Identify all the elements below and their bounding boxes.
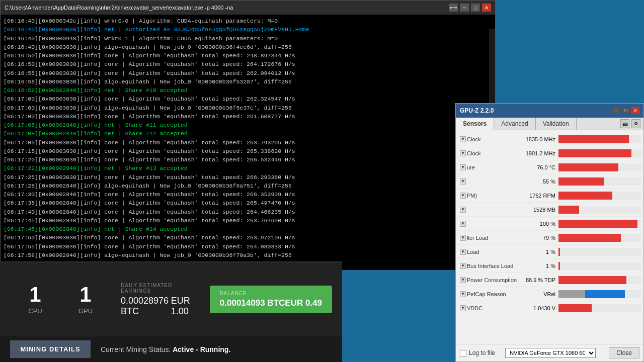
sensor-dropdown[interactable]: ▼ (460, 150, 466, 156)
gpuz-tab-icons: 📷 ⚙ (620, 118, 643, 130)
sensor-row: ▼VDDC1.0430 V (456, 301, 643, 315)
sensor-dropdown[interactable]: ▼ (460, 305, 466, 311)
terminal-line: [06:17:00][0x00003030][info] core | Algo… (4, 95, 492, 103)
balance-eur: EUR 0.49 (285, 298, 322, 308)
sensor-dropdown[interactable]: ▼ (460, 291, 466, 297)
sensor-row: ▼100 % (456, 217, 643, 231)
sensor-name: ▼ (458, 221, 518, 227)
terminal-line: [06:16:50][0x00003030][info] core | Algo… (4, 51, 492, 60)
earnings-row: 0.00028976 BTC EUR 1.00 (121, 296, 200, 317)
earnings-btc: 0.00028976 BTC (121, 296, 171, 317)
sensor-bar (558, 262, 560, 270)
tab-validation[interactable]: Validation (536, 118, 577, 130)
sensor-bar (558, 248, 560, 256)
sensor-row: ▼Bus Interface Load1 % (456, 259, 643, 273)
sensor-value: 1 % (518, 263, 558, 269)
gpuz-close-button[interactable]: Close (609, 347, 639, 358)
sensor-bar (558, 192, 612, 200)
sensor-bar-container (558, 206, 641, 214)
status-value: Active - Running. (173, 345, 230, 353)
terminal-resize-btn[interactable]: ⟷ (449, 4, 458, 12)
gpu-label: GPU (78, 307, 93, 315)
terminal-line: [06:16:40][0x00003030][info] net | Autho… (4, 25, 492, 34)
terminal-line: [06:17:15][0x00003030][info] core | Algo… (4, 147, 492, 155)
sensor-name-text: VDDC (467, 305, 482, 311)
cpu-label: CPU (28, 307, 42, 315)
mining-details-button[interactable]: MINING DETAILS (10, 340, 91, 358)
mining-panel: 1 CPU 1 GPU DAILY ESTIMATED EARNINGS 0.0… (0, 261, 342, 362)
terminal-line: [06:17:30][0x00002840][info] core | Algo… (4, 190, 492, 199)
sensor-name-text: PefCap Reason (467, 291, 506, 297)
gpuz-footer: Log to file NVIDIA GeForce GTX 1060 6GB … (456, 344, 643, 361)
sensor-name: ▼ure (458, 164, 518, 170)
sensor-dropdown[interactable]: ▼ (460, 207, 466, 213)
sensor-name: ▼PefCap Reason (458, 291, 518, 297)
sensor-value: 1.0430 V (518, 305, 558, 311)
gpuz-title: GPU-Z 2.2.0 (460, 107, 494, 114)
sensor-value: 1762 RPM (518, 193, 558, 199)
sensor-dropdown[interactable]: ▼ (460, 193, 466, 199)
sensor-bar-container (558, 248, 641, 256)
sensor-row: ▼ller Load79 % (456, 231, 643, 245)
gpuz-titlebar: GPU-Z 2.2.0 ─ □ ✕ (456, 104, 643, 118)
terminal-maximize-btn[interactable]: □ (471, 4, 480, 12)
sensor-dropdown[interactable]: ▼ (460, 164, 466, 170)
sensor-row: ▼Power Consumption88.9 % TDP (456, 273, 643, 287)
mining-stats: 1 CPU 1 GPU DAILY ESTIMATED EARNINGS 0.0… (0, 262, 342, 336)
sensor-bar (558, 177, 604, 186)
mining-bottom-bar: MINING DETAILS Current Mining Status: Ac… (0, 336, 342, 362)
terminal-content: [06:16:40][0x0000342c][info] wrkr0-0 | A… (1, 15, 495, 270)
gpuz-minimize-btn[interactable]: ─ (612, 107, 620, 114)
sensor-dropdown[interactable]: ▼ (460, 249, 466, 255)
balance-box: BALANCE 0.00014093 BTC EUR 0.49 (210, 286, 332, 313)
sensor-bar-container (558, 192, 641, 200)
sensor-value: 100 % (518, 221, 558, 227)
terminal-line: [06:16:40][0x00003030][info] algo-equiha… (4, 43, 492, 51)
sensor-bar (558, 163, 618, 171)
sensor-name-text: PM) (467, 193, 477, 199)
gpuz-gpu-select[interactable]: NVIDIA GeForce GTX 1060 6GB (505, 348, 596, 358)
sensor-bar-container (558, 276, 641, 284)
terminal-line: [06:17:20][0x00003030][info] core | Algo… (4, 155, 492, 164)
terminal-line: [06:17:08][0x00002840][info] net | Share… (4, 129, 492, 138)
terminal-controls: ⟷ ─ □ ✕ (449, 4, 491, 12)
tab-advanced[interactable]: Advanced (494, 118, 535, 130)
sensor-name: ▼ller Load (458, 235, 518, 241)
sensor-dropdown[interactable]: ▼ (460, 277, 466, 283)
gpuz-maximize-btn[interactable]: □ (622, 107, 630, 114)
gpuz-settings-icon[interactable]: ⚙ (631, 119, 640, 128)
tab-sensors[interactable]: Sensors (456, 118, 494, 130)
sensor-name: ▼Power Consumption (458, 277, 518, 283)
gpuz-log-checkbox[interactable] (460, 350, 466, 356)
sensor-row: ▼ure76.0 °C (456, 160, 643, 174)
gpu-count: 1 (79, 284, 91, 305)
terminal-line: [06:17:40][0x00002840][info] core | Algo… (4, 208, 492, 216)
terminal-minimize-btn[interactable]: ─ (460, 4, 469, 12)
sensor-dropdown[interactable]: ▼ (460, 235, 466, 241)
terminal-line: [06:16:59][0x00002840][info] net | Share… (4, 86, 492, 95)
terminal-line: [06:17:45][0x00002840][info] core | Algo… (4, 216, 492, 225)
gpuz-camera-icon[interactable]: 📷 (620, 119, 629, 128)
sensor-row: ▼1528 MB (456, 203, 643, 217)
sensor-value: 79 % (518, 235, 558, 241)
sensor-value: VRel (518, 291, 558, 297)
gpuz-close-title-btn[interactable]: ✕ (631, 107, 639, 114)
sensor-name-text: Clock (467, 150, 481, 156)
sensor-dropdown[interactable]: ▼ (460, 221, 466, 227)
sensor-value: 1835.0 MHz (518, 136, 558, 142)
balance-label: BALANCE (220, 291, 322, 296)
sensor-value: 88.9 % TDP (518, 277, 558, 283)
gpuz-sensors-panel: ▼Clock1835.0 MHz▼Clock1901.2 MHz▼ure76.0… (456, 130, 643, 344)
sensor-dropdown[interactable]: ▼ (460, 136, 466, 142)
terminal-line: [06:17:25][0x00003030][info] core | Algo… (4, 173, 492, 182)
sensor-bar-container (558, 149, 641, 157)
terminal-close-btn[interactable]: ✕ (482, 4, 491, 12)
terminal-line: [06:17:28][0x00002840][info] algo-equiha… (4, 182, 492, 190)
sensor-bar (558, 276, 626, 284)
sensor-dropdown[interactable]: ▼ (460, 263, 466, 269)
sensor-bar-container (558, 304, 641, 312)
cpu-count: 1 (29, 284, 41, 305)
sensor-dropdown[interactable]: ▼ (460, 178, 466, 185)
sensor-bar-container (558, 135, 641, 143)
sensor-bar (558, 220, 637, 228)
